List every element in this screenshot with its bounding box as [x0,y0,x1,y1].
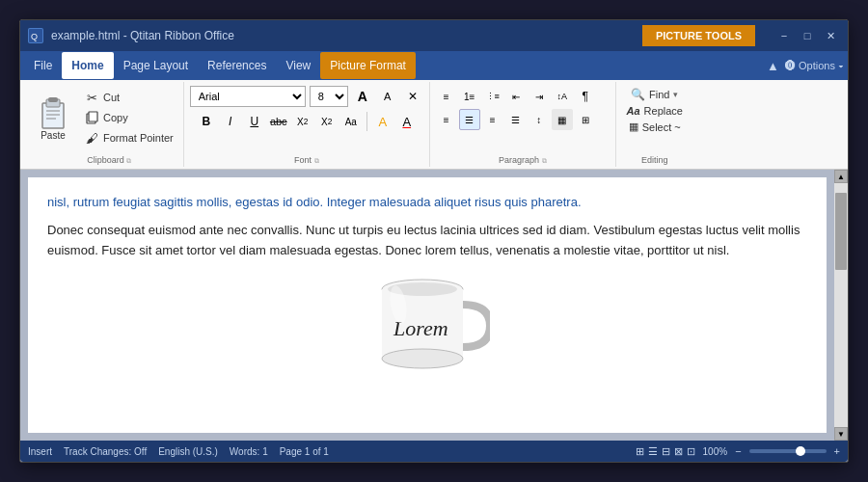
menu-bar: File Home Page Layout References View Pi… [20,51,848,80]
line-spacing-button[interactable]: ↕ [529,109,550,130]
status-words: Words: 1 [230,446,268,457]
picture-tools-label: PICTURE TOOLS [642,25,755,46]
zoom-thumb[interactable] [796,446,805,456]
font-family-select[interactable]: Arial [190,86,306,107]
svg-rect-4 [48,97,58,102]
strikethrough-button[interactable]: abc [268,111,289,132]
menu-file[interactable]: File [24,52,62,79]
multilevel-list-button[interactable]: ⋮≡ [482,86,503,107]
justify-button[interactable]: ☰ [505,109,527,130]
show-formatting-button[interactable]: ¶ [575,86,596,107]
select-button[interactable]: ▦ Select ~ [625,119,685,135]
svg-rect-9 [89,112,97,121]
scroll-track[interactable] [834,183,848,427]
replace-button[interactable]: Aa Replace [623,103,687,119]
ribbon-group-clipboard: Paste ✂ Cut Copy 🖌 [24,82,184,167]
increase-indent-button[interactable]: ⇥ [529,86,550,107]
cut-icon: ✂ [84,90,99,105]
font-controls-bottom: B I U abc X2 X2 Aa A A [196,111,418,132]
status-insert: Insert [28,446,52,457]
shading-button[interactable]: ▦ [552,109,573,130]
decrease-indent-button[interactable]: ⇤ [505,86,527,107]
bold-button[interactable]: B [196,111,217,132]
copy-icon [84,110,99,125]
mug-image: Lorem [365,268,490,374]
view-btn-2[interactable]: ☰ [648,445,658,458]
separator-1 [366,112,367,131]
status-track-changes: Track Changes: Off [64,446,147,457]
menu-page-layout[interactable]: Page Layout [114,52,198,79]
close-button[interactable]: ✕ [821,28,840,43]
app-icon: Q [28,28,43,43]
replace-icon: Aa [627,105,640,117]
scroll-up-button[interactable]: ▲ [834,170,848,183]
view-btn-1[interactable]: ⊞ [636,445,644,458]
numbering-button[interactable]: 1≡ [459,86,480,107]
superscript-button[interactable]: X2 [316,111,338,132]
copy-button[interactable]: Copy [80,108,177,127]
maximize-button[interactable]: □ [798,28,817,43]
subscript-button[interactable]: X2 [292,111,313,132]
paste-icon [38,95,68,130]
align-right-button[interactable]: ≡ [482,109,503,130]
mug-area: Lorem [47,268,807,374]
view-btn-5[interactable]: ⊡ [687,445,695,458]
view-btn-3[interactable]: ⊟ [662,445,670,458]
bullets-button[interactable]: ≡ [436,86,457,107]
font-shrink-button[interactable]: A [377,86,398,107]
text-paragraph-2[interactable]: Donec consequat euismod ante nec convall… [47,221,807,261]
collapse-ribbon-btn[interactable]: ▲ [767,59,779,73]
scroll-down-button[interactable]: ▼ [834,427,848,441]
align-left-button[interactable]: ≡ [436,109,457,130]
menu-references[interactable]: References [198,52,276,79]
document-text: nisl, rutrum feugiat sagittis mollis, eg… [47,193,807,260]
font-size-select[interactable]: 8 [310,86,348,107]
align-center-button[interactable]: ☰ [459,109,480,130]
italic-button[interactable]: I [220,111,241,132]
sort-button[interactable]: ↕A [552,86,573,107]
ribbon-group-font: Arial 8 A A ✕ B I U abc X2 X2 Aa A A [184,82,430,167]
font-grow-button[interactable]: A [352,86,373,107]
font-color-button[interactable]: A [396,111,418,132]
highlight-color-button[interactable]: A [372,111,393,132]
find-icon: 🔍 [631,88,645,101]
minimize-button[interactable]: − [774,28,794,43]
status-language: English (U.S.) [158,446,218,457]
zoom-slider[interactable] [749,449,827,453]
format-pointer-button[interactable]: 🖌 Format Pointer [80,128,177,147]
menu-view[interactable]: View [276,52,320,79]
menu-picture-format[interactable]: Picture Format [320,52,416,79]
paragraph-buttons: ≡ 1≡ ⋮≡ ⇤ ⇥ ↕A ¶ ≡ ☰ ≡ ☰ ↕ ▦ ⊞ [436,86,610,130]
menu-right: ▲ ⓿ Options ▾ [767,59,844,73]
ribbon-group-editing: 🔍 Find ▾ Aa Replace ▦ Select ~ Editing [616,82,693,167]
clear-format-button[interactable]: ✕ [402,86,423,107]
view-btn-4[interactable]: ⊠ [674,445,683,458]
select-icon: ▦ [629,120,638,133]
status-page: Page 1 of 1 [280,446,329,457]
document-page: nisl, rutrum feugiat sagittis mollis, eg… [28,177,827,433]
scrollbar[interactable]: ▲ ▼ [834,170,848,441]
cut-button[interactable]: ✂ Cut [80,88,177,107]
options-btn[interactable]: ⓿ Options ▾ [785,60,844,71]
svg-text:Q: Q [31,32,38,41]
format-painter-icon: 🖌 [84,130,99,146]
clipboard-small-buttons: ✂ Cut Copy 🖌 Format Pointer [80,86,177,149]
scroll-thumb[interactable] [835,193,847,270]
paste-label: Paste [41,130,66,141]
ribbon-group-paragraph: ≡ 1≡ ⋮≡ ⇤ ⇥ ↕A ¶ ≡ ☰ ≡ ☰ ↕ ▦ ⊞ Paragraph… [430,82,616,167]
zoom-decrease[interactable]: − [735,445,741,457]
paste-button[interactable]: Paste [30,92,76,145]
title-bar: Q example.html - Qtitan Ribbon Office PI… [20,20,848,51]
document-area: nisl, rutrum feugiat sagittis mollis, eg… [20,170,848,441]
font-controls-top: Arial 8 A A ✕ [190,86,423,107]
find-button[interactable]: 🔍 Find ▾ [627,86,682,103]
clipboard-group-label: Clipboard ⧉ [30,155,189,165]
menu-home[interactable]: Home [62,52,113,79]
borders-button[interactable]: ⊞ [575,109,596,130]
font-group-label: Font ⧉ [184,155,429,165]
change-case-button[interactable]: Aa [340,111,362,132]
zoom-level: 100% [703,446,728,457]
status-right: ⊞ ☰ ⊟ ⊠ ⊡ 100% − + [636,445,840,458]
zoom-increase[interactable]: + [834,445,840,457]
underline-button[interactable]: U [244,111,265,132]
